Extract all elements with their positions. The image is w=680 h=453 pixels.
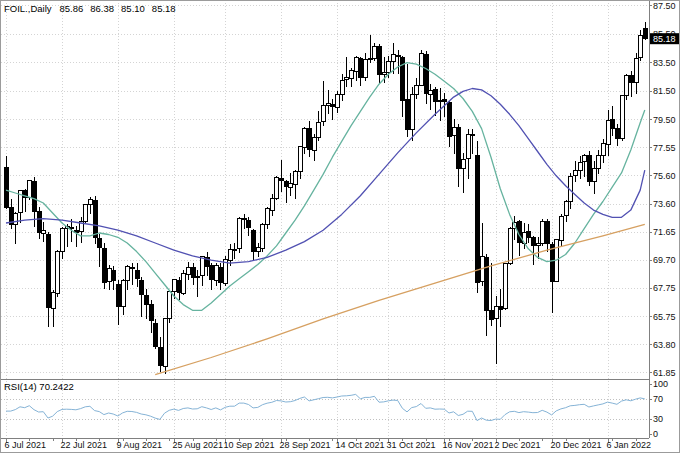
candle-body [560,216,564,240]
candle-body [229,249,233,260]
candle-body [33,182,37,212]
candle-body [56,252,60,293]
price-axis-label: 77.55 [653,143,676,153]
time-axis-label: 6 Jan 2022 [607,440,652,450]
candle-body [541,222,545,243]
candle-body [537,243,541,245]
candle-body [369,58,373,59]
time-axis-label: 6 Jul 2021 [5,440,47,450]
candle-body [280,179,284,181]
rsi-indicator-label: RSI(14) 70.2422 [4,381,74,392]
candle-body [621,95,625,138]
candle-body [425,54,429,93]
candle-body [5,167,9,207]
candle-body [187,267,191,274]
candle-body [602,144,606,156]
candle-body [192,267,196,277]
candle-body [579,162,583,170]
candle-body [341,80,345,94]
high-value: 86.38 [90,3,114,14]
candle-body [84,204,88,221]
candle-body [532,237,536,245]
time-scale[interactable]: 6 Jul 202122 Jul 20219 Aug 202125 Aug 20… [5,439,652,450]
candle-body [266,209,270,225]
candle-body [364,59,368,77]
candle-body [355,57,359,71]
rsi-axis-label: 0 [653,429,658,439]
candles-series [5,22,648,375]
candle-body [644,29,648,39]
candle-body [471,134,475,136]
candle-body [289,184,293,187]
candle-body [308,129,312,150]
candle-body [243,219,247,220]
candle-body [546,222,550,244]
candle-body [406,100,410,130]
candle-body [182,274,186,293]
time-axis-label: 10 Sep 2021 [224,440,275,450]
candle-body [173,279,177,291]
price-axis-label: 83.50 [653,58,676,68]
candle-body [261,224,265,249]
candle-body [52,293,56,309]
candle-body [331,104,335,106]
rsi-axis-label: 100 [653,379,668,389]
candle-body [625,75,629,96]
candle-body [485,257,489,310]
price-axis-label: 87.50 [653,1,676,11]
candle-body [215,266,219,280]
candle-body [635,58,639,83]
candle-body [112,270,116,280]
price-chart-canvas[interactable]: 87.5085.5083.5081.5079.5077.5575.6073.60… [1,1,680,453]
candle-body [14,214,18,225]
candle-body [504,263,508,309]
candle-body [159,348,163,366]
candle-body [294,172,298,185]
price-scale[interactable]: 87.5085.5083.5081.5079.5077.5575.6073.60… [649,1,676,439]
candle-body [164,318,168,366]
candle-body [168,291,172,319]
candle-body [136,270,140,278]
candle-body [42,230,46,233]
candle-body [70,227,74,228]
candle-body [271,199,275,210]
open-value: 85.86 [60,3,84,14]
candle-body [392,55,396,61]
candle-body [247,220,251,228]
candle-body [616,129,620,139]
candle-body [327,104,331,106]
time-axis-label: 31 Oct 2021 [387,440,436,450]
rsi-line [6,394,645,420]
time-axis-label: 14 Oct 2021 [336,440,385,450]
candle-body [509,229,513,263]
price-axis-label: 79.50 [653,115,676,125]
candle-body [439,100,443,101]
candle-body [238,219,242,249]
candle-body [499,306,503,309]
current-price-tag: 85.18 [650,33,680,44]
time-axis-label: 2 Dec 2021 [495,440,541,450]
candle-body [103,249,107,283]
price-axis-label: 81.50 [653,86,676,96]
candle-body [588,156,592,182]
time-axis-label: 28 Sep 2021 [280,440,331,450]
candle-body [593,169,597,182]
candle-body [490,310,494,319]
candle-body [38,212,42,233]
candle-body [630,76,634,83]
candle-body [275,178,279,199]
candle-body [285,182,289,187]
candle-body [583,156,587,162]
candle-body [345,78,349,80]
candle-body [397,56,401,57]
candle-body [611,120,615,129]
time-axis-label: 16 Nov 2021 [443,440,494,450]
candle-body [210,266,214,280]
candle-body [61,229,65,252]
grid-lines [1,3,649,438]
candle-body [252,230,256,252]
time-axis-label: 25 Aug 2021 [173,440,224,450]
candle-body [117,285,121,307]
rsi-axis-label: 30 [653,414,663,424]
candle-body [415,85,419,94]
